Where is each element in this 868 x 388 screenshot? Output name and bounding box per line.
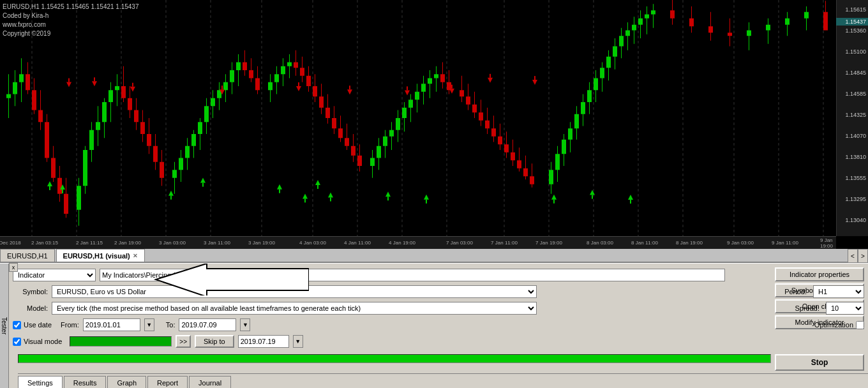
visual-mode-label: Visual mode [13,338,62,346]
price-5: 1.14585 [845,91,866,97]
control-panel: Tester Indicator [0,263,868,388]
website: www.fxpro.com [3,20,139,29]
price-6: 1.14325 [845,112,866,118]
time-label: 8 Jan 11:00 [631,240,658,246]
price-10: 1.13295 [845,196,866,202]
tab-scroll-left[interactable]: < [848,249,858,263]
time-label: 9 Jan 11:00 [772,240,798,246]
symbol-select[interactable]: EURUSD, Euro vs US Dollar [52,285,537,298]
to-date-input[interactable] [179,318,236,331]
price-11: 1.13040 [845,217,866,223]
optimization-label: Optimization [814,321,864,329]
skip-to-button[interactable]: Skip to [195,335,234,348]
from-date-input[interactable] [83,318,140,331]
time-label: 3 Jan 03:00 [159,240,186,246]
visual-progress-fill [70,337,171,346]
time-label: 3 Jan 19:00 [248,240,275,246]
price-2: 1.15360 [845,27,866,34]
chart-header: EURUSD,H1 1.15425 1.15465 1.15421 1.1543… [3,3,139,38]
bottom-tabs: Settings Results Graph Report Journal [18,373,868,388]
visual-mode-checkbox[interactable] [13,338,21,346]
time-label: 8 Jan 19:00 [676,240,703,246]
time-label: 2 Jan 03:15 [31,240,58,246]
to-label: To: [166,321,176,329]
price-4: 1.14845 [845,70,866,76]
period-select[interactable]: H1 [813,285,864,298]
spread-label: Spread: [795,304,819,312]
price-3: 1.15100 [845,48,866,55]
time-label: 8 Jan 03:00 [587,240,613,246]
model-select[interactable]: Every tick (the most precise method base… [52,302,537,315]
time-label: 9 Jan 19:00 [820,237,833,249]
skip-to-date: 2019.07.19 [238,335,289,348]
price-high: 1.15615 [845,6,866,13]
time-label: 3 Jan 11:00 [204,240,230,246]
chart-area: EURUSD,H1 1.15425 1.15465 1.15421 1.1543… [0,0,836,236]
tester-label: Tester [0,264,9,388]
price-current: 1.15437 [836,18,868,26]
chart-tab-eurusd[interactable]: EURUSD,H1 [0,249,55,262]
visual-mode-row: Visual mode >> Skip to 2019.07.19 ▼ [9,333,868,350]
indicator-file-input[interactable] [100,269,725,281]
use-date-checkbox[interactable] [13,321,21,329]
time-label: 2 Jan 11:15 [76,240,103,246]
time-label: 2 Jan 19:00 [114,240,141,246]
from-label: From: [61,321,79,329]
price-8: 1.13810 [845,154,866,160]
tab-results[interactable]: Results [64,376,107,388]
chart-title: EURUSD,H1 1.15425 1.15465 1.15421 1.1543… [3,3,139,11]
indicator-properties-button[interactable]: Indicator properties [775,267,864,281]
time-label: 4 Jan 11:00 [344,240,371,246]
time-label: 7 Jan 03:00 [446,240,473,246]
date-row: Use date From: ▼ To: ▼ Optimization [9,317,868,333]
model-row: Model: Every tick (the most precise meth… [9,300,868,317]
tab-scroll-right[interactable]: > [858,249,868,263]
time-label: 4 Jan 19:00 [389,240,415,246]
optimization-checkbox[interactable] [856,321,864,329]
time-label: 4 Jan 03:00 [299,240,326,246]
tab-bar: EURUSD,H1 EURUSD,H1 (visual) ✕ < > [0,249,868,263]
tab-journal[interactable]: Journal [189,376,231,388]
chart-tab-eurusd-visual[interactable]: EURUSD,H1 (visual) ✕ [56,249,145,262]
from-date-picker-button[interactable]: ▼ [144,318,154,331]
to-date-picker-button[interactable]: ▼ [240,318,250,331]
fast-forward-button[interactable]: >> [176,335,191,348]
symbol-label: Symbol: [13,288,48,295]
coded-by: Coded by Kira-h [3,11,139,20]
time-label: 7 Jan 19:00 [535,240,562,246]
copyright: Copyright ©2019 [3,29,139,38]
time-label: 31 Dec 2018 [0,240,21,246]
spread-select[interactable]: 10 [826,302,864,315]
panel-close-button[interactable]: x [9,263,18,272]
tab-graph[interactable]: Graph [107,376,146,388]
symbol-row: Symbol: EURUSD, Euro vs US Dollar Period… [9,283,868,300]
visual-progress-bar [70,336,172,347]
time-axis: 31 Dec 20182 Jan 03:152 Jan 11:152 Jan 1… [0,236,836,249]
skip-date-picker-button[interactable]: ▼ [293,335,303,348]
stop-button[interactable]: Stop [775,354,864,371]
price-axis: 1.15437 1.15615 1.15360 1.15100 1.14845 … [836,0,868,236]
time-label: 7 Jan 11:00 [491,240,518,246]
main-progress-bar [18,354,771,363]
main-progress-fill [19,355,770,362]
tab-settings[interactable]: Settings [18,376,63,388]
indicator-type-select[interactable]: Indicator [13,269,96,281]
model-label: Model: [13,304,48,312]
price-7: 1.14070 [845,133,866,139]
panel-content: Indicator Indicator properties Symbol [9,264,868,388]
price-9: 1.13555 [845,175,866,181]
tab-close-icon[interactable]: ✕ [133,253,138,259]
tab-scroll-buttons: < > [848,249,868,263]
time-label: 9 Jan 03:00 [727,240,754,246]
use-date-label: Use date [13,321,52,329]
period-label: Period: [784,288,807,295]
tab-report[interactable]: Report [147,376,188,388]
indicator-row: Indicator Indicator properties Symbol [9,264,868,283]
